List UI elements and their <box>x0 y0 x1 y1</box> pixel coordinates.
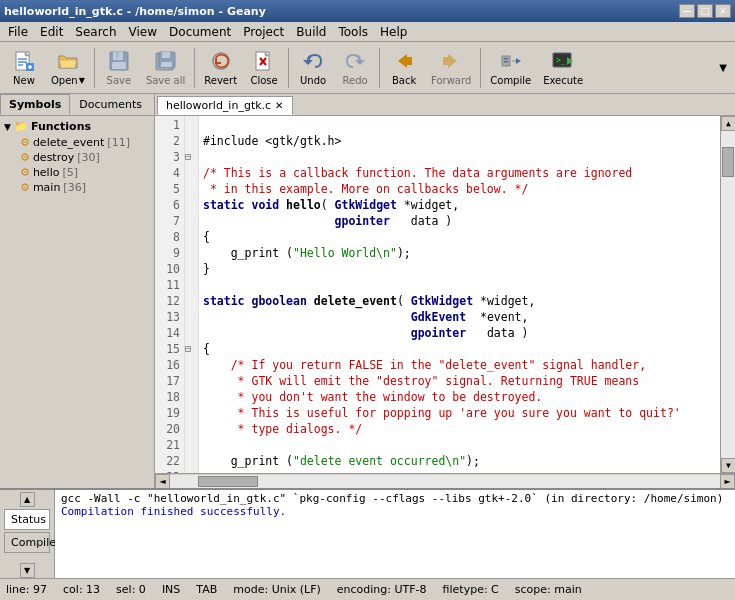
menu-tools[interactable]: Tools <box>332 23 374 41</box>
new-icon <box>12 49 36 73</box>
open-button[interactable]: Open ▼ <box>46 45 90 91</box>
function-name-1: delete_event <box>33 136 104 149</box>
status-filetype: filetype: C <box>443 583 499 596</box>
editor-tab-filename: helloworld_in_gtk.c <box>166 99 271 112</box>
bottom-collapse-button[interactable]: ▲ <box>20 492 35 507</box>
tree-folder-icon: 📁 <box>14 120 28 133</box>
execute-label: Execute <box>543 75 583 86</box>
sidebar-tabs: Symbols Documents <box>0 94 154 116</box>
maximize-button[interactable]: □ <box>697 4 713 18</box>
open-dropdown-icon[interactable]: ▼ <box>79 76 85 85</box>
svg-rect-10 <box>116 52 119 58</box>
minimize-button[interactable]: — <box>679 4 695 18</box>
forward-button[interactable]: Forward <box>426 45 476 91</box>
menu-edit[interactable]: Edit <box>34 23 69 41</box>
separator-4 <box>379 48 380 88</box>
bottom-tab-compiler[interactable]: Compiler <box>4 532 50 553</box>
bottom-tab-status[interactable]: Status <box>4 509 50 530</box>
toolbar: New Open ▼ Save <box>0 42 735 94</box>
bottom-tab-compiler-label: Compiler <box>11 536 61 549</box>
forward-icon <box>439 49 463 73</box>
menu-file[interactable]: File <box>2 23 34 41</box>
save-button[interactable]: Save <box>99 45 139 91</box>
save-all-label: Save all <box>146 75 185 86</box>
undo-button[interactable]: Undo <box>293 45 333 91</box>
save-label: Save <box>107 75 132 86</box>
status-line: line: 97 <box>6 583 47 596</box>
function-name-3: hello <box>33 166 60 179</box>
editor-tab-main[interactable]: helloworld_in_gtk.c ✕ <box>157 96 293 115</box>
compiler-success-message: Compilation finished successfully. <box>61 505 729 518</box>
open-label: Open <box>51 75 78 86</box>
bottom-left-panel: ▲ Status Compiler ▼ <box>0 490 55 578</box>
menu-build[interactable]: Build <box>290 23 332 41</box>
execute-button[interactable]: >_ Execute <box>538 45 588 91</box>
close-window-button[interactable]: ✕ <box>715 4 731 18</box>
sidebar: Symbols Documents ▼ 📁 Functions ⚙ delete… <box>0 94 155 488</box>
separator-5 <box>480 48 481 88</box>
toolbar-more-button[interactable]: ▼ <box>715 45 731 91</box>
sidebar-item-destroy[interactable]: ⚙ destroy [30] <box>2 150 152 165</box>
tab-symbols-label: Symbols <box>9 98 61 111</box>
function-count-4: [36] <box>63 181 86 194</box>
tree-header-functions[interactable]: ▼ 📁 Functions <box>2 118 152 135</box>
compile-button[interactable]: Compile <box>485 45 536 91</box>
scroll-down-button[interactable]: ▼ <box>721 458 735 473</box>
menu-search[interactable]: Search <box>69 23 122 41</box>
main-area: Symbols Documents ▼ 📁 Functions ⚙ delete… <box>0 94 735 488</box>
status-ins: INS <box>162 583 180 596</box>
bottom-output-content: gcc -Wall -c "helloworld_in_gtk.c" `pkg-… <box>55 490 735 578</box>
hscroll-right-button[interactable]: ► <box>720 474 735 489</box>
menu-help[interactable]: Help <box>374 23 413 41</box>
hscroll-track[interactable] <box>170 475 720 488</box>
editor-tabs: helloworld_in_gtk.c ✕ <box>155 94 735 116</box>
save-all-button[interactable]: Save all <box>141 45 190 91</box>
function-count-3: [5] <box>62 166 78 179</box>
scroll-track[interactable] <box>721 131 735 458</box>
tree-header-label: Functions <box>31 120 91 133</box>
svg-rect-29 <box>504 61 508 63</box>
status-tab: TAB <box>196 583 217 596</box>
svg-marker-25 <box>448 54 457 68</box>
back-button[interactable]: Back <box>384 45 424 91</box>
function-name-2: destroy <box>33 151 74 164</box>
tab-documents[interactable]: Documents <box>70 94 151 115</box>
code-content[interactable]: #include <gtk/gtk.h> /* This is a callba… <box>199 116 720 473</box>
menu-project[interactable]: Project <box>237 23 290 41</box>
code-editor[interactable]: 1 2 3 4 5 6 7 8 9 10 11 12 13 14 15 16 1… <box>155 116 735 473</box>
new-button[interactable]: New <box>4 45 44 91</box>
bottom-expand-button[interactable]: ▼ <box>20 563 35 578</box>
scroll-thumb[interactable] <box>722 147 734 177</box>
tree-collapse-icon: ▼ <box>4 122 11 132</box>
horizontal-scrollbar[interactable]: ◄ ► <box>155 473 735 488</box>
back-icon <box>392 49 416 73</box>
sidebar-item-hello[interactable]: ⚙ hello [5] <box>2 165 152 180</box>
tab-symbols[interactable]: Symbols <box>0 94 70 115</box>
editor-tab-close[interactable]: ✕ <box>275 100 283 111</box>
revert-button[interactable]: Revert <box>199 45 242 91</box>
status-scope: scope: main <box>515 583 582 596</box>
function-icon-1: ⚙ <box>20 136 30 149</box>
function-name-4: main <box>33 181 60 194</box>
hscroll-thumb[interactable] <box>198 476 258 487</box>
hscroll-left-button[interactable]: ◄ <box>155 474 170 489</box>
sidebar-item-main[interactable]: ⚙ main [36] <box>2 180 152 195</box>
redo-icon <box>343 49 367 73</box>
svg-marker-23 <box>398 54 407 68</box>
svg-rect-17 <box>161 62 172 67</box>
bottom-tab-status-label: Status <box>11 513 46 526</box>
redo-button[interactable]: Redo <box>335 45 375 91</box>
sidebar-content: ▼ 📁 Functions ⚙ delete_event [11] ⚙ dest… <box>0 116 154 488</box>
save-icon <box>107 49 131 73</box>
vertical-scrollbar[interactable]: ▲ ▼ <box>720 116 735 473</box>
scroll-up-button[interactable]: ▲ <box>721 116 735 131</box>
sidebar-item-delete-event[interactable]: ⚙ delete_event [11] <box>2 135 152 150</box>
revert-label: Revert <box>204 75 237 86</box>
back-label: Back <box>392 75 416 86</box>
new-label: New <box>13 75 35 86</box>
menu-document[interactable]: Document <box>163 23 237 41</box>
separator-2 <box>194 48 195 88</box>
menu-view[interactable]: View <box>123 23 163 41</box>
close-button[interactable]: Close <box>244 45 284 91</box>
function-icon-4: ⚙ <box>20 181 30 194</box>
